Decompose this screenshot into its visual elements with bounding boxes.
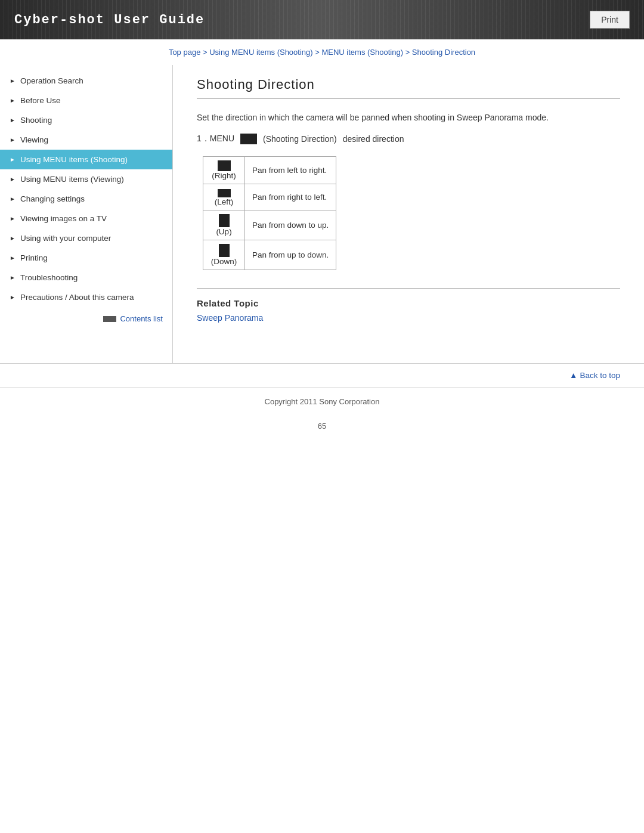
sidebar-item-label: Using MENU items (Shooting) xyxy=(20,155,128,164)
breadcrumb: Top page > Using MENU items (Shooting) >… xyxy=(0,39,644,65)
arrow-icon: ► xyxy=(10,235,16,241)
description: Set the direction in which the camera wi… xyxy=(197,111,620,124)
left-icon xyxy=(218,189,231,197)
arrow-icon: ► xyxy=(10,156,16,163)
sidebar-item-operation-search[interactable]: ► Operation Search xyxy=(0,71,172,91)
sidebar-item-before-use[interactable]: ► Before Use xyxy=(0,91,172,110)
sidebar-item-changing-settings[interactable]: ► Changing settings xyxy=(0,189,172,209)
breadcrumb-shooting-direction[interactable]: Shooting Direction xyxy=(412,48,475,57)
down-icon xyxy=(219,244,230,257)
back-to-top-arrow-icon: ▲ xyxy=(569,371,577,380)
sidebar-item-label: Printing xyxy=(20,253,48,262)
footer-bar: ▲ Back to top xyxy=(0,363,644,387)
sidebar-item-viewing-tv[interactable]: ► Viewing images on a TV xyxy=(0,209,172,228)
arrow-icon: ► xyxy=(10,97,16,104)
arrow-icon: ► xyxy=(10,255,16,261)
step-suffix: desired direction xyxy=(343,134,404,144)
direction-label: (Left) xyxy=(215,197,234,206)
sweep-panorama-link[interactable]: Sweep Panorama xyxy=(197,313,263,323)
sidebar-item-label: Operation Search xyxy=(20,76,83,85)
table-row: (Down) Pan from up to down. xyxy=(203,240,336,270)
menu-step: 1．MENU (Shooting Direction) desired dire… xyxy=(197,134,620,144)
arrow-icon: ► xyxy=(10,274,16,281)
sidebar-item-viewing[interactable]: ► Viewing xyxy=(0,130,172,150)
direction-label: (Up) xyxy=(216,227,231,236)
sidebar-item-label: Viewing xyxy=(20,135,48,144)
related-topic: Related Topic Sweep Panorama xyxy=(197,288,620,323)
app-title: Cyber-shot User Guide xyxy=(14,13,205,27)
direction-label: (Down) xyxy=(211,257,237,266)
step-number: 1．MENU xyxy=(197,134,234,144)
direction-description: Pan from up to down. xyxy=(245,240,336,270)
arrow-icon: ► xyxy=(10,196,16,202)
menu-icon xyxy=(240,134,257,144)
right-icon xyxy=(218,160,231,171)
print-button[interactable]: Print xyxy=(590,11,630,29)
page-title: Shooting Direction xyxy=(197,77,620,99)
sidebar-item-precautions[interactable]: ► Precautions / About this camera xyxy=(0,287,172,307)
icon-cell-up: (Up) xyxy=(203,210,245,240)
arrow-icon: ► xyxy=(10,117,16,123)
page-number: 65 xyxy=(0,416,644,436)
back-to-top-link[interactable]: ▲ Back to top xyxy=(569,371,620,380)
sidebar: ► Operation Search ► Before Use ► Shooti… xyxy=(0,65,173,363)
sidebar-item-label: Shooting xyxy=(20,116,52,125)
back-to-top-label: Back to top xyxy=(580,371,620,380)
contents-list-icon xyxy=(103,316,116,322)
breadcrumb-top-page[interactable]: Top page xyxy=(169,48,201,57)
direction-description: Pan from right to left. xyxy=(245,184,336,210)
direction-description: Pan from left to right. xyxy=(245,157,336,184)
content-layout: ► Operation Search ► Before Use ► Shooti… xyxy=(0,65,644,363)
main-content: Shooting Direction Set the direction in … xyxy=(173,65,644,363)
related-topic-title: Related Topic xyxy=(197,298,620,308)
sidebar-item-using-menu-viewing[interactable]: ► Using MENU items (Viewing) xyxy=(0,169,172,189)
contents-list-link[interactable]: Contents list xyxy=(0,307,172,330)
up-icon xyxy=(219,214,230,227)
arrow-icon: ► xyxy=(10,294,16,301)
sidebar-item-printing[interactable]: ► Printing xyxy=(0,248,172,268)
icon-cell-right: (Right) xyxy=(203,157,245,184)
sidebar-item-troubleshooting[interactable]: ► Troubleshooting xyxy=(0,268,172,287)
copyright: Copyright 2011 Sony Corporation xyxy=(0,387,644,416)
sidebar-item-label: Precautions / About this camera xyxy=(20,293,134,302)
table-row: (Right) Pan from left to right. xyxy=(203,157,336,184)
breadcrumb-menu-items-shooting[interactable]: MENU items (Shooting) xyxy=(321,48,403,57)
sidebar-item-label: Using with your computer xyxy=(20,234,111,243)
direction-description: Pan from down to up. xyxy=(245,210,336,240)
icon-cell-left: (Left) xyxy=(203,184,245,210)
arrow-icon: ► xyxy=(10,137,16,143)
sidebar-item-label: Before Use xyxy=(20,96,61,105)
icon-cell-down: (Down) xyxy=(203,240,245,270)
header: Cyber-shot User Guide Print xyxy=(0,0,644,39)
arrow-icon: ► xyxy=(10,215,16,222)
direction-table: (Right) Pan from left to right. (Left) P… xyxy=(203,156,336,270)
sidebar-item-using-computer[interactable]: ► Using with your computer xyxy=(0,228,172,248)
sidebar-item-label: Changing settings xyxy=(20,194,85,203)
arrow-icon: ► xyxy=(10,176,16,182)
direction-label: (Right) xyxy=(212,171,236,180)
sidebar-item-label: Viewing images on a TV xyxy=(20,214,107,223)
sidebar-item-shooting[interactable]: ► Shooting xyxy=(0,110,172,130)
sidebar-item-label: Troubleshooting xyxy=(20,273,78,282)
step-label: (Shooting Direction) xyxy=(263,134,337,144)
arrow-icon: ► xyxy=(10,78,16,84)
sidebar-item-label: Using MENU items (Viewing) xyxy=(20,175,124,184)
table-row: (Up) Pan from down to up. xyxy=(203,210,336,240)
contents-list-label: Contents list xyxy=(120,314,163,323)
breadcrumb-using-menu-shooting[interactable]: Using MENU items (Shooting) xyxy=(209,48,312,57)
sidebar-item-using-menu-shooting[interactable]: ► Using MENU items (Shooting) xyxy=(0,150,172,169)
table-row: (Left) Pan from right to left. xyxy=(203,184,336,210)
